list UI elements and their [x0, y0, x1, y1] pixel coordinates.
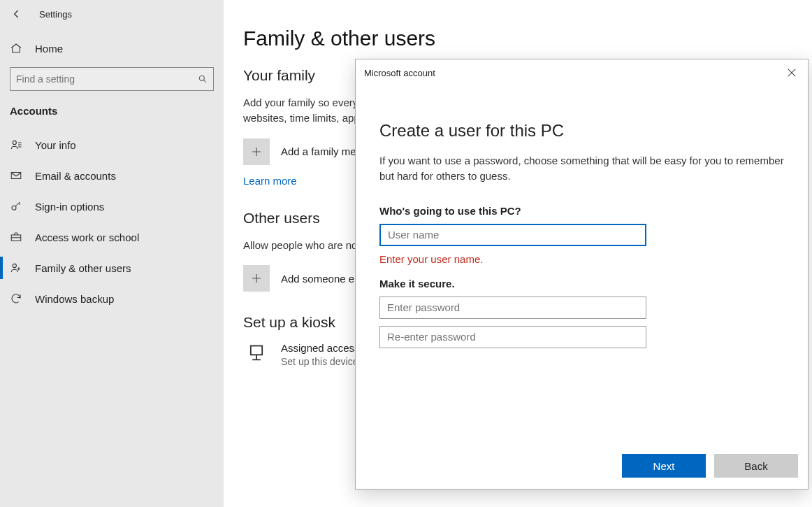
create-user-dialog: Microsoft account Create a user for this…	[355, 59, 809, 490]
username-error: Enter your user name.	[379, 253, 784, 265]
back-button[interactable]: Back	[714, 454, 798, 478]
home-icon	[10, 42, 22, 55]
sync-icon	[10, 292, 22, 305]
nav-windows-backup[interactable]: Windows backup	[0, 283, 224, 314]
search-box[interactable]	[10, 67, 214, 91]
svg-point-5	[13, 264, 16, 267]
briefcase-icon	[10, 231, 22, 243]
password-input[interactable]	[379, 297, 646, 319]
close-icon[interactable]	[785, 66, 798, 79]
svg-rect-6	[251, 346, 262, 355]
password-question: Make it secure.	[379, 278, 784, 290]
nav-signin-options[interactable]: Sign-in options	[0, 191, 224, 222]
svg-point-1	[13, 141, 16, 144]
plus-icon	[250, 145, 263, 158]
kiosk-icon	[247, 343, 266, 363]
add-other-user-button[interactable]	[243, 265, 270, 292]
category-label: Accounts	[0, 105, 224, 129]
nav-family-other-users[interactable]: Family & other users	[0, 252, 224, 283]
username-input[interactable]	[379, 224, 646, 246]
add-family-button[interactable]	[243, 138, 270, 165]
dialog-heading: Create a user for this PC	[379, 121, 784, 141]
svg-point-3	[12, 206, 16, 210]
next-button[interactable]: Next	[622, 454, 706, 478]
user-icon	[10, 138, 22, 151]
key-icon	[10, 200, 22, 213]
nav-your-info[interactable]: Your info	[0, 129, 224, 160]
home-label: Home	[35, 43, 63, 55]
nav-access-work[interactable]: Access work or school	[0, 222, 224, 252]
nav-label: Windows backup	[35, 293, 114, 305]
plus-icon	[250, 272, 263, 285]
svg-point-0	[199, 76, 204, 80]
svg-rect-2	[11, 173, 21, 179]
learn-more-link[interactable]: Learn more	[243, 175, 297, 187]
nav-label: Your info	[35, 139, 76, 151]
home-nav[interactable]: Home	[0, 36, 224, 67]
dialog-titlebar: Microsoft account	[364, 68, 435, 78]
username-question: Who's going to use this PC?	[379, 205, 784, 217]
nav-email-accounts[interactable]: Email & accounts	[0, 160, 224, 191]
nav-label: Sign-in options	[35, 201, 104, 213]
nav-label: Access work or school	[35, 231, 139, 243]
nav-label: Family & other users	[35, 262, 131, 274]
search-input[interactable]	[16, 73, 198, 85]
mail-icon	[10, 169, 22, 182]
page-title: Family & other users	[243, 27, 792, 50]
password-confirm-input[interactable]	[379, 326, 646, 348]
family-icon	[10, 262, 22, 274]
search-icon	[198, 74, 208, 84]
window-title: Settings	[39, 9, 72, 20]
nav-label: Email & accounts	[35, 170, 116, 182]
back-icon[interactable]	[10, 7, 24, 21]
dialog-desc: If you want to use a password, choose so…	[379, 153, 784, 184]
